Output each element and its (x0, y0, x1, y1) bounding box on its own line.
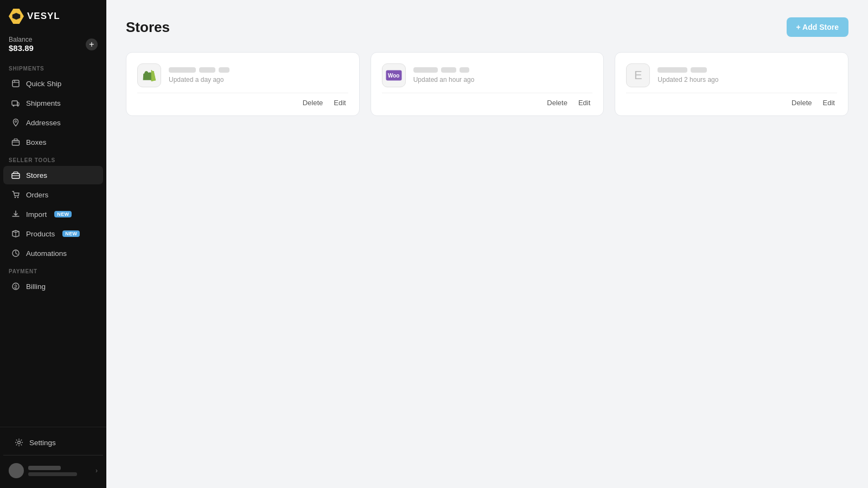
store-card-top: Updated a day ago (137, 63, 348, 87)
sidebar-item-stores[interactable]: Stores (3, 166, 103, 184)
sidebar-item-automations[interactable]: Automations (3, 244, 103, 262)
user-name-placeholder (28, 466, 61, 470)
sidebar-item-label-products: Products (26, 230, 55, 238)
seller-tools-section-label: SELLER TOOLS (0, 152, 106, 165)
store-card-top: Woo Updated an hour ago (382, 63, 593, 87)
sidebar-footer: Settings › (0, 427, 106, 488)
store-edit-button[interactable]: Edit (821, 98, 837, 108)
products-icon (11, 229, 21, 239)
store-delete-button[interactable]: Delete (301, 98, 326, 108)
store-edit-button[interactable]: Edit (331, 98, 348, 108)
balance-add-button[interactable]: + (86, 38, 98, 50)
svg-rect-2 (12, 101, 17, 105)
automations-icon (11, 248, 21, 258)
chevron-right-icon: › (95, 467, 98, 474)
user-info (28, 466, 91, 476)
sidebar-item-label-addresses: Addresses (26, 119, 61, 127)
store-info: Updated 2 hours ago (658, 67, 837, 84)
sidebar-item-quick-ship[interactable]: Quick Ship (3, 74, 103, 93)
sidebar-item-shipments[interactable]: Shipments (3, 94, 103, 112)
sidebar: VESYL Balance $83.89 + SHIPMENTS Quick S… (0, 0, 106, 488)
sidebar-item-products[interactable]: Products NEW (3, 224, 103, 243)
svg-point-5 (15, 121, 17, 123)
store-name-bar (199, 67, 215, 73)
user-email-placeholder (28, 472, 77, 476)
store-name-bar (691, 67, 707, 73)
page-header: Stores + Add Store (126, 17, 848, 37)
store-updated-text: Updated an hour ago (413, 76, 593, 84)
stores-grid: Updated a day ago Delete Edit Woo Update… (126, 52, 848, 116)
svg-point-12 (18, 441, 21, 444)
store-name-bar (169, 67, 196, 73)
user-avatar (9, 463, 24, 478)
svg-rect-6 (12, 140, 20, 145)
svg-point-4 (17, 105, 19, 107)
store-info: Updated a day ago (169, 67, 348, 84)
store-name-bar-container (658, 67, 837, 73)
sidebar-item-label-billing: Billing (26, 282, 46, 291)
store-delete-button[interactable]: Delete (789, 98, 814, 108)
logo-icon (9, 9, 24, 24)
logo-text: VESYL (27, 11, 60, 22)
store-card-store-3: E Updated 2 hours ago Delete Edit (615, 52, 848, 116)
svg-point-3 (13, 105, 15, 107)
svg-rect-1 (12, 80, 19, 87)
logo[interactable]: VESYL (0, 0, 106, 30)
sidebar-item-orders[interactable]: Orders (3, 185, 103, 204)
boxes-icon (11, 137, 21, 147)
sidebar-item-label-orders: Orders (26, 191, 48, 199)
store-card-actions: Delete Edit (382, 93, 593, 108)
store-name-bar (413, 67, 438, 73)
add-store-button[interactable]: + Add Store (787, 17, 848, 37)
import-icon (11, 209, 21, 219)
balance-label: Balance (9, 36, 34, 43)
store-name-bar (658, 67, 687, 73)
products-new-badge: NEW (62, 230, 80, 237)
payment-section-label: PAYMENT (0, 263, 106, 277)
sidebar-item-label-stores: Stores (26, 171, 47, 179)
svg-point-9 (17, 197, 19, 198)
store-updated-text: Updated 2 hours ago (658, 76, 837, 84)
woo-store-logo: Woo (382, 63, 406, 87)
shipments-section-label: SHIPMENTS (0, 60, 106, 74)
store-card-store-2: Woo Updated an hour ago Delete Edit (371, 52, 604, 116)
orders-icon (11, 190, 21, 200)
box-icon (11, 79, 21, 88)
etsy-store-logo: E (626, 63, 650, 87)
sidebar-item-billing[interactable]: Billing (3, 277, 103, 296)
main-content: Stores + Add Store Updated a day ago Del… (106, 0, 868, 488)
sidebar-item-label-shipments: Shipments (26, 99, 61, 107)
addresses-icon (11, 118, 21, 127)
sidebar-item-label-automations: Automations (26, 249, 67, 258)
store-name-bar-container (169, 67, 348, 73)
store-name-bar (219, 67, 229, 73)
sidebar-item-boxes[interactable]: Boxes (3, 133, 103, 151)
store-card-store-1: Updated a day ago Delete Edit (126, 52, 360, 116)
store-info: Updated an hour ago (413, 67, 593, 84)
shopify-store-logo (137, 63, 161, 87)
store-edit-button[interactable]: Edit (576, 98, 592, 108)
sidebar-item-label-boxes: Boxes (26, 138, 47, 146)
shipments-icon (11, 98, 21, 108)
store-delete-button[interactable]: Delete (545, 98, 570, 108)
store-card-top: E Updated 2 hours ago (626, 63, 837, 87)
sidebar-item-addresses[interactable]: Addresses (3, 113, 103, 132)
sidebar-item-import[interactable]: Import NEW (3, 205, 103, 223)
store-name-bar (459, 67, 469, 73)
sidebar-item-label-import: Import (26, 210, 47, 219)
balance-section: Balance $83.89 + (0, 30, 106, 60)
sidebar-item-settings[interactable]: Settings (7, 433, 100, 452)
billing-icon (11, 281, 21, 291)
store-updated-text: Updated a day ago (169, 76, 348, 84)
import-new-badge: NEW (54, 211, 72, 217)
svg-text:Woo: Woo (388, 73, 399, 79)
settings-icon (14, 438, 24, 447)
store-card-actions: Delete Edit (137, 93, 348, 108)
svg-point-8 (15, 197, 16, 198)
balance-amount: $83.89 (9, 43, 34, 53)
user-profile-row[interactable]: › (3, 459, 103, 483)
store-card-actions: Delete Edit (626, 93, 837, 108)
svg-marker-0 (12, 13, 20, 20)
stores-icon (11, 170, 21, 180)
sidebar-item-label-quick-ship: Quick Ship (26, 80, 61, 88)
